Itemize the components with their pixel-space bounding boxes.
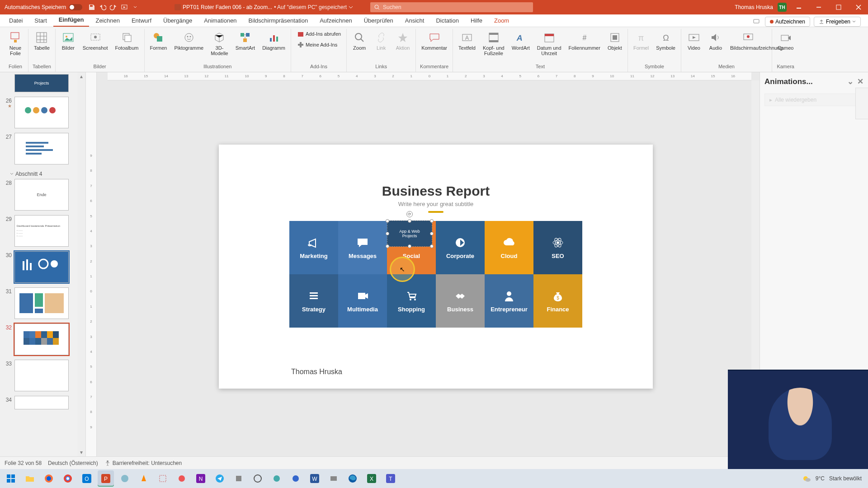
slide-title[interactable]: Business Report: [219, 183, 653, 199]
slide-thumb-32[interactable]: 32: [3, 324, 76, 355]
app-icon-2[interactable]: [174, 470, 190, 487]
video-button[interactable]: Video: [684, 29, 704, 52]
slide-thumb-31[interactable]: 31: [3, 287, 76, 319]
tab-uebergaenge[interactable]: Übergänge: [158, 14, 198, 27]
pictures-button[interactable]: Bilder: [58, 29, 78, 52]
tab-ansicht[interactable]: Ansicht: [400, 14, 430, 27]
teams-icon[interactable]: T: [382, 470, 399, 487]
slide-thumb-33[interactable]: 33: [3, 360, 76, 391]
3dmodels-button[interactable]: 3D- Modelle: [208, 29, 231, 58]
cameo-button[interactable]: Cameo: [775, 29, 796, 52]
search-input[interactable]: [383, 4, 529, 10]
close-pane-icon[interactable]: ✕: [857, 77, 863, 86]
telegram-icon[interactable]: [212, 470, 228, 487]
new-slide-button[interactable]: Neue Folie: [5, 29, 25, 58]
photoalbum-button[interactable]: Fotoalbum: [113, 29, 142, 52]
my-addins-button[interactable]: Meine Add-Ins: [294, 40, 344, 50]
outlook-icon[interactable]: O: [79, 470, 95, 487]
tab-zoom[interactable]: Zoom: [489, 14, 514, 27]
resize-handle-n[interactable]: [408, 219, 411, 223]
more-qat-icon[interactable]: [131, 3, 139, 11]
slide-author[interactable]: Thomas Hruska: [291, 368, 342, 376]
vlc-icon[interactable]: [136, 470, 152, 487]
slide-thumb-27[interactable]: 27: [3, 133, 76, 164]
ribbon-display-options-icon[interactable]: [791, 0, 807, 14]
section-header-4[interactable]: Abschnitt 4: [3, 169, 76, 179]
tab-zeichnen[interactable]: Zeichnen: [90, 14, 125, 27]
tab-hilfe[interactable]: Hilfe: [465, 14, 488, 27]
resize-handle-sw[interactable]: [386, 244, 389, 248]
search-box[interactable]: [370, 2, 533, 12]
edge-icon[interactable]: [344, 470, 361, 487]
tab-aufzeichnen[interactable]: Aufzeichnen: [314, 14, 358, 27]
tab-dictation[interactable]: Dictation: [430, 14, 464, 27]
resize-handle-w[interactable]: [386, 232, 389, 235]
icons-button[interactable]: Piktogramme: [171, 29, 206, 52]
slide-thumb-partial[interactable]: Projects: [3, 74, 76, 92]
resize-handle-s[interactable]: [408, 244, 411, 248]
resize-handle-se[interactable]: [430, 244, 434, 248]
tile-shopping[interactable]: Shopping: [387, 274, 436, 328]
excel-icon[interactable]: X: [363, 470, 380, 487]
tile-finance[interactable]: $Finance: [533, 274, 582, 328]
resize-handle-ne[interactable]: [430, 219, 434, 223]
datetime-button[interactable]: Datum und Uhrzeit: [534, 29, 564, 58]
screenshot-button[interactable]: Screenshot: [80, 29, 111, 52]
firefox-icon[interactable]: [41, 470, 57, 487]
resize-handle-e[interactable]: [430, 232, 434, 235]
undo-icon[interactable]: [99, 3, 107, 11]
tile-cloud[interactable]: Cloud: [485, 221, 533, 274]
close-icon[interactable]: [851, 0, 866, 14]
start-from-beginning-icon[interactable]: [120, 3, 128, 11]
tile-business[interactable]: Business: [436, 274, 485, 328]
zoom-button[interactable]: Zoom: [349, 29, 369, 52]
screen-recording-button[interactable]: Bildschirmaufzeichnung: [727, 29, 769, 52]
file-explorer-icon[interactable]: [22, 470, 38, 487]
app-icon-7[interactable]: [326, 470, 342, 487]
slide-stage[interactable]: 1615141312111098765432101234567891011121…: [97, 72, 760, 456]
shapes-button[interactable]: Formen: [147, 29, 170, 52]
autosave-toggle[interactable]: Automatisches Speichern: [2, 4, 85, 10]
tile-corporate[interactable]: Corporate: [436, 221, 485, 274]
get-addins-button[interactable]: Add-Ins abrufen: [294, 29, 344, 39]
slide-subtitle[interactable]: Write here your great subtitle: [219, 201, 653, 207]
scroll-up-icon[interactable]: ▴: [77, 72, 85, 80]
toggle-switch-icon[interactable]: [69, 4, 82, 10]
comments-pane-icon[interactable]: [751, 17, 761, 27]
smartart-button[interactable]: SmartArt: [233, 29, 258, 52]
tab-entwurf[interactable]: Entwurf: [126, 14, 157, 27]
app-icon-4[interactable]: [250, 470, 266, 487]
slide-thumb-26[interactable]: 26★: [3, 97, 76, 128]
resize-handle-nw[interactable]: [386, 219, 389, 223]
system-tray[interactable]: 9°C Stark bewölkt: [802, 474, 865, 483]
user-avatar[interactable]: TH: [778, 3, 787, 12]
language-indicator[interactable]: Deutsch (Österreich): [48, 460, 98, 466]
slide-counter[interactable]: Folie 32 von 58: [5, 460, 42, 466]
collapsed-side-panel-tab[interactable]: [855, 88, 868, 119]
wordart-button[interactable]: AWordArt: [509, 29, 533, 52]
tile-marketing[interactable]: Marketing: [289, 221, 338, 274]
slide-thumb-34[interactable]: 34: [3, 396, 76, 409]
snip-icon[interactable]: [155, 470, 171, 487]
save-icon[interactable]: [88, 3, 96, 11]
document-title[interactable]: PPT01 Roter Faden 006 - ab Zoom... • Auf…: [175, 4, 353, 10]
object-button[interactable]: Objekt: [605, 29, 625, 52]
tile-messages[interactable]: Messages: [338, 221, 387, 274]
app-icon-3[interactable]: [231, 470, 247, 487]
selected-zoom-object[interactable]: App & Web Projects ⟳: [387, 221, 432, 247]
onenote-icon[interactable]: N: [193, 470, 209, 487]
slide-thumb-28[interactable]: 28Ende: [3, 179, 76, 211]
tile-entrepreneur[interactable]: Entrepreneur: [485, 274, 533, 328]
header-footer-button[interactable]: Kopf- und Fußzeile: [480, 29, 507, 58]
slidenumber-button[interactable]: #Foliennummer: [566, 29, 603, 52]
app-icon-1[interactable]: [117, 470, 133, 487]
scroll-down-icon[interactable]: ▾: [77, 448, 85, 456]
tab-start[interactable]: Start: [29, 14, 52, 27]
word-icon[interactable]: W: [307, 470, 323, 487]
chevron-down-icon[interactable]: ⌄: [847, 77, 854, 86]
slide-canvas[interactable]: Business Report Write here your great su…: [219, 145, 653, 389]
tab-datei[interactable]: Datei: [4, 14, 28, 27]
rotation-handle-icon[interactable]: ⟳: [406, 211, 413, 217]
chevron-down-icon[interactable]: [349, 5, 353, 9]
app-icon-6[interactable]: [288, 470, 304, 487]
